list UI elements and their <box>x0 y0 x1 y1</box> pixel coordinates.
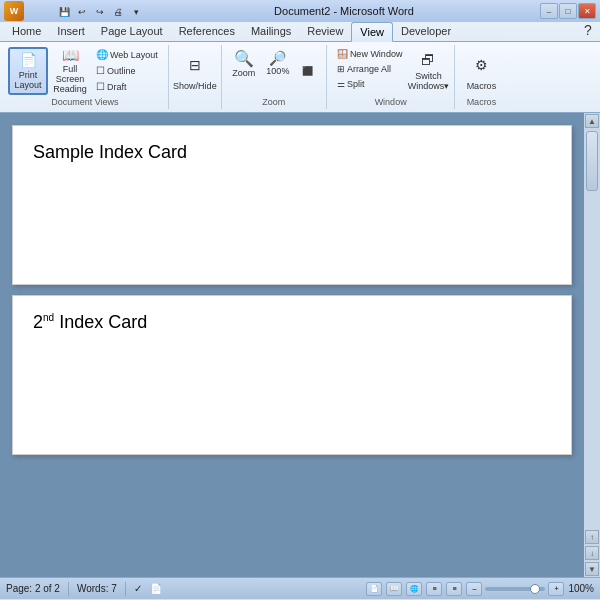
card-2-title-prefix: 2 <box>33 312 43 332</box>
draft-checkbox: ☐ <box>96 81 105 92</box>
show-hide-label: Show/Hide <box>173 81 217 91</box>
card-2-title-suffix: Index Card <box>54 312 147 332</box>
tab-developer[interactable]: Developer <box>393 22 459 41</box>
macros-group-label: Macros <box>467 97 497 107</box>
scroll-thumb[interactable] <box>586 131 598 191</box>
zoom-buttons: 🔍 Zoom 🔎 100% ⬛ <box>228 47 320 95</box>
window-col: 🪟 New Window ⊞ Arrange All ⚌ Split <box>333 47 407 91</box>
tab-home[interactable]: Home <box>4 22 49 41</box>
index-card-1: Sample Index Card <box>12 125 572 285</box>
draft-label: Draft <box>107 82 127 92</box>
tab-view[interactable]: View <box>351 22 393 42</box>
show-hide-buttons: ⊟ Show/Hide <box>175 47 215 95</box>
window-group-label: Window <box>375 97 407 107</box>
split-label: Split <box>347 79 365 89</box>
status-bar-right: 📄 📖 🌐 ≡ ≡ – + 100% <box>366 582 594 596</box>
outline-status-button[interactable]: ≡ <box>426 582 442 596</box>
zoom-100-button[interactable]: 🔎 100% <box>262 47 294 79</box>
help-icon[interactable]: ? <box>580 22 596 38</box>
window-controls: – □ ✕ <box>540 3 596 19</box>
macros-buttons: ⚙ Macros <box>461 47 501 95</box>
status-separator-2 <box>125 582 126 596</box>
office-button[interactable]: W <box>4 1 24 21</box>
redo-icon[interactable]: ↪ <box>92 4 108 20</box>
tab-references[interactable]: References <box>171 22 243 41</box>
undo-icon[interactable]: ↩ <box>74 4 90 20</box>
macros-button[interactable]: ⚙ Macros <box>461 47 501 95</box>
draft-status-button[interactable]: ≡ <box>446 582 462 596</box>
window-group: 🪟 New Window ⊞ Arrange All ⚌ Split 🗗 Swi… <box>329 45 456 109</box>
document-area: Sample Index Card 2nd Index Card <box>0 113 584 577</box>
zoom-icon: 🔍 <box>234 49 254 68</box>
outline-label: Outline <box>107 66 136 76</box>
web-layout-button[interactable]: 🌐 Web Layout <box>92 47 162 62</box>
full-screen-icon: 📖 <box>56 47 84 63</box>
ribbon-content: 📄 PrintLayout 📖 Full ScreenReading 🌐 Web… <box>0 41 600 112</box>
print-layout-button[interactable]: 📄 PrintLayout <box>8 47 48 95</box>
document-views-label: Document Views <box>51 97 118 107</box>
quick-access-toolbar: 💾 ↩ ↪ 🖨 ▾ <box>28 2 148 20</box>
zoom-out-button[interactable]: – <box>466 582 482 596</box>
main-area: Sample Index Card 2nd Index Card ▲ ↑ ↓ ▼ <box>0 113 600 577</box>
show-hide-icon: ⊟ <box>181 51 209 79</box>
draft-button[interactable]: ☐ Draft <box>92 79 162 94</box>
web-layout-icon: 🌐 <box>96 49 108 60</box>
scroll-page-down-arrow[interactable]: ↓ <box>585 546 599 560</box>
zoom-arrow-icon: ⬛ <box>302 66 313 76</box>
track-changes-icon: 📄 <box>150 583 162 594</box>
print-layout-status-button[interactable]: 📄 <box>366 582 382 596</box>
document-views-group: 📄 PrintLayout 📖 Full ScreenReading 🌐 Web… <box>4 45 169 109</box>
arrange-all-button[interactable]: ⊞ Arrange All <box>333 62 407 76</box>
minimize-button[interactable]: – <box>540 3 558 19</box>
title-bar: W 💾 ↩ ↪ 🖨 ▾ Document2 - Microsoft Word –… <box>0 0 600 22</box>
switch-windows-icon: 🗗 <box>414 50 442 70</box>
tab-insert[interactable]: Insert <box>49 22 93 41</box>
outline-checkbox: ☐ <box>96 65 105 76</box>
card-2-title: 2nd Index Card <box>33 312 551 333</box>
title-bar-left: W 💾 ↩ ↪ 🖨 ▾ <box>4 1 148 21</box>
show-hide-button[interactable]: ⊟ Show/Hide <box>175 47 215 95</box>
spell-check-icon: ✓ <box>134 583 142 594</box>
zoom-in-button[interactable]: + <box>548 582 564 596</box>
save-icon[interactable]: 💾 <box>56 4 72 20</box>
split-button[interactable]: ⚌ Split <box>333 77 407 91</box>
outline-button[interactable]: ☐ Outline <box>92 63 162 78</box>
switch-windows-button[interactable]: 🗗 SwitchWindows▾ <box>408 47 448 95</box>
tab-mailings[interactable]: Mailings <box>243 22 299 41</box>
index-card-2: 2nd Index Card <box>12 295 572 455</box>
web-layout-status-button[interactable]: 🌐 <box>406 582 422 596</box>
tab-review[interactable]: Review <box>299 22 351 41</box>
tab-page-layout[interactable]: Page Layout <box>93 22 171 41</box>
switch-windows-label: SwitchWindows▾ <box>408 72 450 92</box>
card-2-title-sup: nd <box>43 312 54 323</box>
full-screen-reading-button[interactable]: 📖 Full ScreenReading <box>50 47 90 95</box>
split-icon: ⚌ <box>337 79 345 89</box>
new-window-button[interactable]: 🪟 New Window <box>333 47 407 61</box>
macros-icon: ⚙ <box>467 51 495 79</box>
macros-group: ⚙ Macros Macros <box>457 45 507 109</box>
customize-icon[interactable]: ▾ <box>128 4 144 20</box>
ribbon-tab-row: Home Insert Page Layout References Maili… <box>0 22 600 41</box>
quick-print-icon[interactable]: 🖨 <box>110 4 126 20</box>
print-layout-label: PrintLayout <box>14 71 41 91</box>
document-views-buttons: 📄 PrintLayout 📖 Full ScreenReading 🌐 Web… <box>8 47 162 95</box>
zoom-slider-track[interactable] <box>485 587 545 591</box>
scroll-page-up-arrow[interactable]: ↑ <box>585 530 599 544</box>
scroll-down-arrow[interactable]: ▼ <box>585 562 599 576</box>
full-screen-status-button[interactable]: 📖 <box>386 582 402 596</box>
ribbon: Home Insert Page Layout References Maili… <box>0 22 600 113</box>
close-button[interactable]: ✕ <box>578 3 596 19</box>
word-count: Words: 7 <box>77 583 117 594</box>
full-screen-label: Full ScreenReading <box>53 65 87 95</box>
zoom-slider-thumb[interactable] <box>530 584 540 594</box>
zoom-100-icon: 🔎 <box>269 50 286 66</box>
window-buttons: 🪟 New Window ⊞ Arrange All ⚌ Split 🗗 Swi… <box>333 47 449 95</box>
zoom-group-label: Zoom <box>262 97 285 107</box>
card-1-title: Sample Index Card <box>33 142 551 163</box>
new-window-label: New Window <box>350 49 403 59</box>
zoom-arrow-button[interactable]: ⬛ <box>296 47 320 95</box>
scroll-up-arrow[interactable]: ▲ <box>585 114 599 128</box>
new-window-icon: 🪟 <box>337 49 348 59</box>
zoom-button[interactable]: 🔍 Zoom <box>228 47 260 79</box>
maximize-button[interactable]: □ <box>559 3 577 19</box>
